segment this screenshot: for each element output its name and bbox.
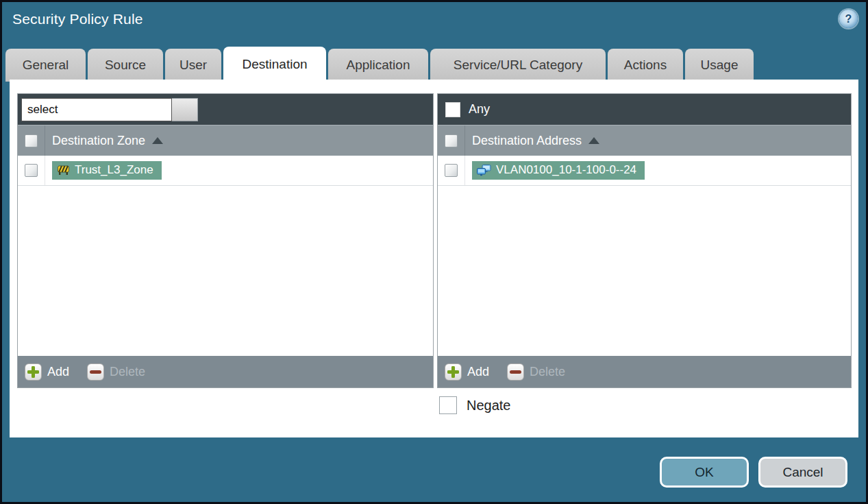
zone-add-button[interactable]: Add — [25, 363, 69, 381]
add-icon — [25, 363, 42, 381]
address-delete-button[interactable]: Delete — [507, 363, 565, 381]
any-checkbox[interactable] — [445, 102, 460, 117]
security-policy-rule-dialog: Security Policy Rule ? General Source Us… — [2, 2, 866, 502]
zone-select-dropdown-button[interactable] — [172, 98, 198, 121]
zone-select-all-checkbox[interactable] — [25, 134, 38, 147]
address-toolbar: Any — [438, 94, 851, 125]
tab-service-url-category[interactable]: Service/URL Category — [430, 49, 606, 82]
help-icon[interactable]: ? — [839, 10, 858, 28]
address-add-button[interactable]: Add — [445, 363, 489, 381]
zone-row-checkbox[interactable] — [25, 164, 38, 177]
network-computers-icon — [477, 165, 491, 176]
address-column-header-label: Destination Address — [472, 134, 582, 148]
negate-label: Negate — [467, 398, 511, 413]
address-list: VLAN0100_10-1-100-0--24 — [438, 156, 851, 356]
zone-select-input[interactable] — [21, 98, 172, 121]
zone-entry[interactable]: Trust_L3_Zone — [52, 161, 162, 180]
zone-footer: Add Delete — [18, 356, 433, 387]
negate-option: Negate — [439, 396, 511, 414]
screen: Security Policy Rule ? General Source Us… — [0, 0, 868, 504]
zone-column-header-label: Destination Zone — [52, 134, 145, 148]
zone-toolbar — [18, 94, 433, 125]
tab-general[interactable]: General — [5, 49, 86, 82]
delete-icon — [507, 363, 524, 381]
address-column-header[interactable]: Destination Address — [472, 134, 599, 148]
address-row-checkbox[interactable] — [445, 164, 458, 177]
address-delete-label: Delete — [530, 365, 565, 379]
address-footer: Add Delete — [438, 356, 851, 387]
destination-zone-panel: Destination Zone — [17, 93, 434, 388]
add-icon — [445, 363, 462, 381]
address-add-label: Add — [467, 365, 489, 379]
tab-application[interactable]: Application — [328, 49, 428, 82]
zone-entry-label: Trust_L3_Zone — [75, 163, 153, 177]
address-select-all-checkbox[interactable] — [445, 134, 458, 147]
tab-user[interactable]: User — [165, 49, 221, 82]
delete-icon — [87, 363, 104, 381]
table-row[interactable]: Trust_L3_Zone — [18, 156, 433, 186]
zone-add-label: Add — [47, 365, 69, 379]
address-header-checkbox-cell — [438, 125, 465, 156]
any-option: Any — [441, 102, 490, 117]
address-entry-label: VLAN0100_10-1-100-0--24 — [496, 163, 636, 177]
zone-delete-button[interactable]: Delete — [87, 363, 145, 381]
tab-content: Destination Zone — [10, 80, 858, 437]
zone-delete-label: Delete — [110, 365, 145, 379]
zone-select-combo — [21, 98, 198, 121]
address-column-header-row: Destination Address — [438, 125, 851, 156]
dialog-title: Security Policy Rule — [12, 11, 143, 27]
zone-row-checkbox-cell — [18, 156, 45, 185]
sort-ascending-icon — [588, 137, 599, 144]
negate-checkbox[interactable] — [439, 396, 457, 414]
zone-list: Trust_L3_Zone — [18, 156, 433, 356]
sort-ascending-icon — [152, 137, 163, 144]
table-row[interactable]: VLAN0100_10-1-100-0--24 — [438, 156, 851, 186]
zone-header-checkbox-cell — [18, 125, 45, 156]
cancel-button[interactable]: Cancel — [758, 457, 847, 488]
tab-usage[interactable]: Usage — [685, 49, 754, 82]
tab-bar: General Source User Destination Applicat… — [5, 47, 754, 82]
destination-address-panel: Any Destination Address — [437, 93, 852, 388]
any-label: Any — [469, 102, 490, 117]
tab-destination[interactable]: Destination — [223, 47, 326, 82]
address-entry[interactable]: VLAN0100_10-1-100-0--24 — [472, 161, 645, 180]
zone-icon — [57, 165, 70, 176]
tab-actions[interactable]: Actions — [608, 49, 683, 82]
zone-column-header-row: Destination Zone — [18, 125, 433, 156]
zone-column-header[interactable]: Destination Zone — [52, 134, 163, 148]
tab-source[interactable]: Source — [88, 49, 163, 82]
ok-button[interactable]: OK — [660, 457, 749, 488]
address-row-checkbox-cell — [438, 156, 465, 185]
